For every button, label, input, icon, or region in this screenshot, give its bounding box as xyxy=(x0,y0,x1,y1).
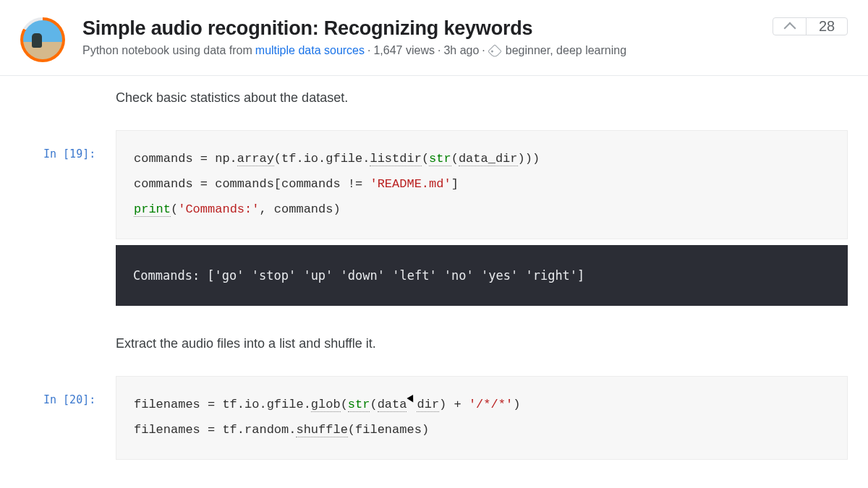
notebook-header: Simple audio recognition: Recognizing ke… xyxy=(0,0,868,76)
meta-sep: · xyxy=(482,44,485,57)
code-input[interactable]: commands = np.array(tf.io.gfile.listdir(… xyxy=(116,130,848,239)
tag-icon xyxy=(488,44,502,59)
code-token: commands = commands[commands != xyxy=(134,177,370,191)
code-token: 'Commands:' xyxy=(178,202,259,216)
user-avatar xyxy=(23,20,62,59)
code-cell-20: In [20]: filenames = tf.io.gfile.glob(st… xyxy=(116,376,848,460)
code-token: print xyxy=(134,202,171,217)
code-token: , commands) xyxy=(259,202,340,216)
code-token: str xyxy=(429,152,451,166)
code-token: filenames = tf.io.gfile. xyxy=(134,398,311,411)
notebook-title: Simple audio recognition: Recognizing ke… xyxy=(82,17,761,40)
code-token: str xyxy=(348,398,370,412)
code-token: filenames = tf.random. xyxy=(134,423,296,437)
notebook-meta: Python notebook using data from multiple… xyxy=(82,44,761,57)
code-token: shuffle xyxy=(296,423,347,437)
code-token: ] xyxy=(451,177,459,191)
code-output: Commands: ['go' 'stop' 'up' 'down' 'left… xyxy=(116,245,848,307)
meta-sep: · xyxy=(438,44,441,57)
upvote-button[interactable] xyxy=(773,18,807,35)
meta-tags: beginner, deep learning xyxy=(506,44,626,57)
meta-prefix: Python notebook using data from xyxy=(82,44,252,57)
cell-prompt: In [19]: xyxy=(43,147,95,160)
vote-widget: 28 xyxy=(773,17,848,35)
code-token: ( xyxy=(341,398,348,411)
code-token: ( xyxy=(370,398,377,411)
code-token: ( xyxy=(422,152,429,166)
vote-count: 28 xyxy=(807,18,847,35)
meta-time: 3h ago xyxy=(443,44,479,57)
meta-views: 1,647 views xyxy=(373,44,435,57)
code-token: glob xyxy=(311,398,341,412)
code-token: data xyxy=(378,398,407,412)
avatar-ring[interactable] xyxy=(20,17,65,62)
code-token: ) xyxy=(513,398,520,411)
prose-paragraph: Extract the audio files into a list and … xyxy=(116,336,848,351)
title-block: Simple audio recognition: Recognizing ke… xyxy=(82,17,761,57)
code-token: (filenames) xyxy=(348,423,429,437)
code-token: data_dir xyxy=(459,152,518,166)
code-cell-19: In [19]: commands = np.array(tf.io.gfile… xyxy=(116,130,848,239)
data-sources-link[interactable]: multiple data sources xyxy=(255,44,365,57)
code-token: dir xyxy=(417,398,439,412)
code-token: ( xyxy=(171,202,178,216)
prose-paragraph: Check basic statistics about the dataset… xyxy=(116,90,848,106)
code-token: ))) xyxy=(518,152,540,166)
code-token: ) + xyxy=(439,398,469,411)
code-token: commands = np. xyxy=(134,152,237,166)
code-token: listdir xyxy=(370,152,421,166)
code-token: '/*/*' xyxy=(469,398,513,411)
code-token: 'README.md' xyxy=(370,177,451,191)
code-token: (tf.io.gfile. xyxy=(274,152,370,166)
chevron-up-icon xyxy=(783,22,796,35)
code-input[interactable]: filenames = tf.io.gfile.glob(str(datadir… xyxy=(116,376,848,460)
code-token: ( xyxy=(451,152,459,166)
cell-prompt: In [20]: xyxy=(43,393,95,406)
notebook-content: Check basic statistics about the dataset… xyxy=(0,90,868,460)
cursor-icon xyxy=(407,396,417,409)
code-token: array xyxy=(237,152,274,166)
meta-sep: · xyxy=(367,44,370,57)
